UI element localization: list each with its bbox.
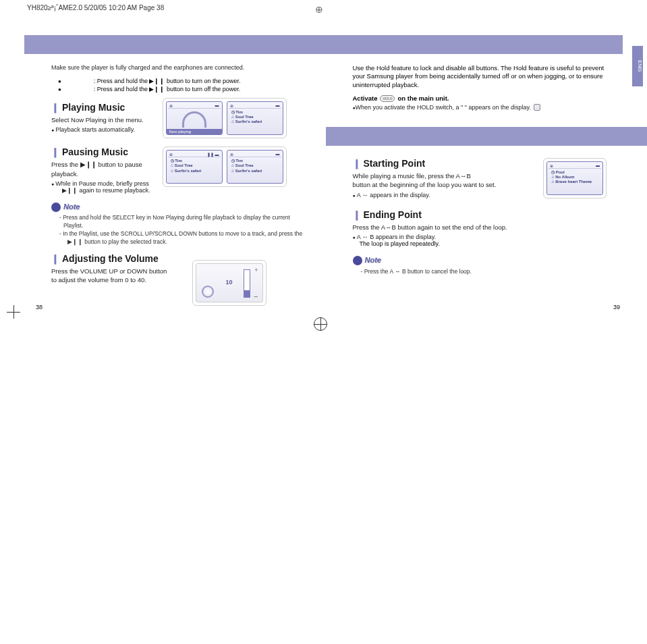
loop-screen-frame: ⊕▬ Poul No Album Brave heart Theme: [543, 158, 607, 198]
note-block-2: Note - Press the A ↔ B button to cancel …: [353, 255, 607, 275]
note-label-1: Note: [51, 202, 80, 212]
note-label-2: Note: [353, 255, 381, 265]
pausing-bullet1: While in Pause mode, briefly press ▶❙❙ a…: [51, 180, 159, 194]
pausing-music-section: ❙Pausing Music Press the ▶❙❙ button to p…: [51, 146, 306, 194]
activate-bullet: When you activate the HOLD switch, a " "…: [353, 104, 607, 111]
hold-switch-icon: HOLD: [380, 95, 395, 102]
volume-section: ❙Adjusting the Volume Press the VOLUME U…: [51, 253, 306, 285]
starting-text: While playing a music file, press the A↔…: [353, 171, 515, 190]
ending-bullet2: The loop is played repeatedly.: [353, 240, 607, 247]
plus-icon: +: [254, 267, 258, 273]
power-instructions: : Press and hold the ▶❙❙ button to turn …: [58, 78, 306, 92]
now-playing-screen: ⊕▬ Now playing: [166, 101, 223, 135]
ending-text: Press the A↔B button again to set the en…: [353, 223, 555, 232]
starting-point-section: ❙Starting Point While playing a music fi…: [353, 158, 607, 198]
note-block-1: Note - Press and hold the SELECT key in …: [51, 202, 306, 246]
headphone-icon: [182, 111, 206, 128]
pausing-screens: ⊕❚❚ ▬ Tim Soul Tree Surfin's safari ⊕▬ T…: [163, 146, 287, 187]
minus-icon: −: [254, 292, 258, 300]
volume-value: 10: [226, 279, 233, 286]
playing-screens: ⊕▬ Now playing ⊕▬ Tim Soul Tree Surfin's…: [163, 98, 287, 138]
playing-text: Select Now Playing in the menu.: [51, 115, 166, 124]
lock-icon: [534, 104, 540, 111]
track-list-screen-1: ⊕▬ Tim Soul Tree Surfin's safari: [227, 101, 283, 135]
hold-description: Use the Hold feature to lock and disable…: [353, 64, 607, 89]
track-list-screen-3: ⊕▬ Tim Soul Tree Surfin's safari: [227, 150, 283, 184]
page-38: Make sure the player is fully charged an…: [0, 57, 326, 644]
page-number-left: 38: [36, 304, 43, 311]
section-header-band: [24, 35, 623, 54]
pausing-title: Pausing Music: [62, 146, 128, 157]
volume-bar: [244, 269, 250, 298]
note1-line2: - In the Playlist, use the SCROLL UP/SCR…: [59, 230, 306, 238]
ending-title: Ending Point: [364, 209, 422, 220]
volume-knob-icon: [202, 286, 214, 298]
activate-line: Activate HOLD on the main unit.: [353, 95, 607, 102]
playing-title: Playing Music: [62, 102, 125, 113]
page-number-right: 39: [613, 304, 620, 311]
loop-screen: ⊕▬ Poul No Album Brave heart Theme: [546, 161, 603, 195]
starting-title: Starting Point: [364, 158, 426, 169]
intro-text: Make sure the player is fully charged an…: [51, 64, 306, 71]
volume-screen: 10 + −: [196, 263, 263, 302]
power-on-line: : Press and hold the ▶❙❙ button to turn …: [58, 78, 306, 84]
power-off-line: : Press and hold the ▶❙❙ button to turn …: [58, 86, 306, 92]
print-header: YH820≥ª¡ˆAME2.0 5/20/05 10:20 AM Page 38…: [0, 0, 647, 16]
ending-bullet1: A ↔ B appears in the display.: [353, 234, 607, 240]
volume-title: Adjusting the Volume: [62, 253, 159, 264]
pausing-text: Press the ▶❙❙ button to pause playback.: [51, 160, 152, 178]
playing-music-section: ❙Playing Music Select Now Playing in the…: [51, 102, 306, 133]
note2-line: - Press the A ↔ B button to cancel the l…: [361, 268, 607, 276]
registration-mark-top: ⊕: [315, 4, 323, 15]
crop-mark-left: [7, 305, 27, 325]
volume-text: Press the VOLUME UP or DOWN button to ad…: [51, 267, 173, 285]
header-filename: YH820≥ª¡ˆAME2.0 5/20/05 10:20 AM Page 38: [27, 4, 164, 11]
note1-line3: ▶❙❙ button to play the selected track.: [59, 238, 306, 246]
page-39: Use the Hold feature to lock and disable…: [326, 57, 648, 644]
loop-section-band: [326, 127, 648, 146]
ending-point-section: ❙Ending Point Press the A↔B button again…: [353, 209, 607, 247]
note1-line1: - Press and hold the SELECT key in Now P…: [59, 214, 306, 230]
crop-mark-center: [314, 317, 334, 338]
volume-screen-frame: 10 + −: [192, 260, 266, 306]
track-list-screen-2: ⊕❚❚ ▬ Tim Soul Tree Surfin's safari: [166, 150, 223, 184]
